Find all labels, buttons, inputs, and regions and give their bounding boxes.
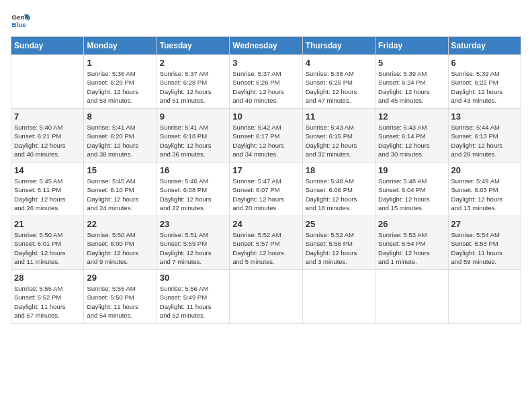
day-info: Sunrise: 5:56 AM Sunset: 5:49 PM Dayligh… [160,284,226,320]
day-number: 2 [160,58,226,68]
calendar-cell: 7Sunrise: 5:40 AM Sunset: 6:21 PM Daylig… [11,109,84,163]
header-sunday: Sunday [11,37,84,55]
day-info: Sunrise: 5:55 AM Sunset: 5:52 PM Dayligh… [14,284,81,320]
day-info: Sunrise: 5:53 AM Sunset: 5:54 PM Dayligh… [378,230,445,266]
week-row-1: 7Sunrise: 5:40 AM Sunset: 6:21 PM Daylig… [11,109,521,163]
calendar-cell: 5Sunrise: 5:39 AM Sunset: 6:24 PM Daylig… [375,55,448,109]
calendar-cell: 6Sunrise: 5:39 AM Sunset: 6:22 PM Daylig… [448,55,521,109]
day-info: Sunrise: 5:52 AM Sunset: 5:57 PM Dayligh… [232,230,299,266]
calendar-cell [230,270,302,324]
day-info: Sunrise: 5:36 AM Sunset: 6:29 PM Dayligh… [87,69,153,105]
day-info: Sunrise: 5:50 AM Sunset: 6:01 PM Dayligh… [14,230,81,266]
day-number: 23 [160,219,226,229]
calendar-cell: 29Sunrise: 5:55 AM Sunset: 5:50 PM Dayli… [84,270,157,324]
calendar-cell: 21Sunrise: 5:50 AM Sunset: 6:01 PM Dayli… [11,216,84,270]
calendar-cell: 18Sunrise: 5:48 AM Sunset: 6:06 PM Dayli… [302,163,375,216]
day-info: Sunrise: 5:44 AM Sunset: 6:13 PM Dayligh… [451,123,518,158]
day-info: Sunrise: 5:55 AM Sunset: 5:50 PM Dayligh… [87,284,153,320]
header-saturday: Saturday [448,37,521,55]
header-thursday: Thursday [302,37,375,55]
calendar-cell [375,270,448,324]
header-wednesday: Wednesday [230,37,302,55]
day-number: 27 [451,219,518,229]
header-friday: Friday [375,37,448,55]
calendar-cell: 28Sunrise: 5:55 AM Sunset: 5:52 PM Dayli… [11,270,84,324]
week-row-0: 1Sunrise: 5:36 AM Sunset: 6:29 PM Daylig… [11,55,521,109]
header: General Blue [11,11,521,30]
calendar-cell: 30Sunrise: 5:56 AM Sunset: 5:49 PM Dayli… [157,270,229,324]
day-number: 14 [14,165,81,175]
day-info: Sunrise: 5:41 AM Sunset: 6:18 PM Dayligh… [160,123,226,158]
day-number: 18 [306,165,372,175]
day-number: 30 [160,273,226,283]
day-info: Sunrise: 5:41 AM Sunset: 6:20 PM Dayligh… [87,123,153,158]
calendar-cell [11,55,84,109]
calendar-table: SundayMondayTuesdayWednesdayThursdayFrid… [11,36,521,324]
calendar-cell: 13Sunrise: 5:44 AM Sunset: 6:13 PM Dayli… [448,109,521,163]
day-number: 28 [14,273,81,283]
day-info: Sunrise: 5:52 AM Sunset: 5:56 PM Dayligh… [306,230,372,266]
day-number: 10 [232,111,299,122]
day-info: Sunrise: 5:37 AM Sunset: 6:28 PM Dayligh… [160,69,226,105]
day-number: 8 [87,111,153,122]
calendar-cell: 17Sunrise: 5:47 AM Sunset: 6:07 PM Dayli… [230,163,302,216]
day-number: 25 [306,219,372,229]
day-info: Sunrise: 5:40 AM Sunset: 6:21 PM Dayligh… [14,123,81,158]
calendar-cell: 15Sunrise: 5:45 AM Sunset: 6:10 PM Dayli… [84,163,157,216]
day-number: 17 [232,165,299,175]
day-info: Sunrise: 5:43 AM Sunset: 6:14 PM Dayligh… [378,123,445,158]
day-info: Sunrise: 5:48 AM Sunset: 6:04 PM Dayligh… [378,177,445,212]
calendar-cell: 12Sunrise: 5:43 AM Sunset: 6:14 PM Dayli… [375,109,448,163]
day-number: 3 [232,58,299,68]
day-info: Sunrise: 5:45 AM Sunset: 6:11 PM Dayligh… [14,177,81,212]
calendar-cell: 25Sunrise: 5:52 AM Sunset: 5:56 PM Dayli… [302,216,375,270]
calendar-cell: 23Sunrise: 5:51 AM Sunset: 5:59 PM Dayli… [157,216,229,270]
day-info: Sunrise: 5:47 AM Sunset: 6:07 PM Dayligh… [232,177,299,212]
day-info: Sunrise: 5:51 AM Sunset: 5:59 PM Dayligh… [160,230,226,266]
calendar-header-row: SundayMondayTuesdayWednesdayThursdayFrid… [11,37,521,55]
day-info: Sunrise: 5:54 AM Sunset: 5:53 PM Dayligh… [451,230,518,266]
day-number: 22 [87,219,153,229]
day-info: Sunrise: 5:43 AM Sunset: 6:15 PM Dayligh… [306,123,372,158]
day-info: Sunrise: 5:42 AM Sunset: 6:17 PM Dayligh… [232,123,299,158]
day-number: 5 [378,58,445,68]
week-row-4: 28Sunrise: 5:55 AM Sunset: 5:52 PM Dayli… [11,270,521,324]
day-info: Sunrise: 5:49 AM Sunset: 6:03 PM Dayligh… [451,177,518,212]
calendar-cell: 4Sunrise: 5:38 AM Sunset: 6:25 PM Daylig… [302,55,375,109]
day-number: 16 [160,165,226,175]
calendar-cell: 16Sunrise: 5:46 AM Sunset: 6:08 PM Dayli… [157,163,229,216]
calendar-cell: 8Sunrise: 5:41 AM Sunset: 6:20 PM Daylig… [84,109,157,163]
day-number: 6 [451,58,518,68]
day-number: 19 [378,165,445,175]
day-number: 1 [87,58,153,68]
header-tuesday: Tuesday [157,37,229,55]
day-number: 11 [306,111,372,122]
day-number: 9 [160,111,226,122]
day-number: 4 [306,58,372,68]
day-info: Sunrise: 5:38 AM Sunset: 6:25 PM Dayligh… [306,69,372,105]
calendar-cell [302,270,375,324]
day-number: 12 [378,111,445,122]
week-row-2: 14Sunrise: 5:45 AM Sunset: 6:11 PM Dayli… [11,163,521,216]
day-number: 29 [87,273,153,283]
week-row-3: 21Sunrise: 5:50 AM Sunset: 6:01 PM Dayli… [11,216,521,270]
calendar-cell: 3Sunrise: 5:37 AM Sunset: 6:26 PM Daylig… [230,55,302,109]
day-info: Sunrise: 5:45 AM Sunset: 6:10 PM Dayligh… [87,177,153,212]
logo: General Blue [11,11,30,30]
calendar-cell [448,270,521,324]
calendar-cell: 20Sunrise: 5:49 AM Sunset: 6:03 PM Dayli… [448,163,521,216]
calendar-cell: 9Sunrise: 5:41 AM Sunset: 6:18 PM Daylig… [157,109,229,163]
calendar-cell: 27Sunrise: 5:54 AM Sunset: 5:53 PM Dayli… [448,216,521,270]
header-monday: Monday [84,37,157,55]
day-info: Sunrise: 5:37 AM Sunset: 6:26 PM Dayligh… [232,69,299,105]
calendar-cell: 19Sunrise: 5:48 AM Sunset: 6:04 PM Dayli… [375,163,448,216]
calendar-cell: 2Sunrise: 5:37 AM Sunset: 6:28 PM Daylig… [157,55,229,109]
day-number: 7 [14,111,81,122]
day-info: Sunrise: 5:46 AM Sunset: 6:08 PM Dayligh… [160,177,226,212]
day-number: 13 [451,111,518,122]
calendar-cell: 11Sunrise: 5:43 AM Sunset: 6:15 PM Dayli… [302,109,375,163]
logo-icon: General Blue [11,11,30,30]
calendar-cell: 24Sunrise: 5:52 AM Sunset: 5:57 PM Dayli… [230,216,302,270]
calendar-cell: 22Sunrise: 5:50 AM Sunset: 6:00 PM Dayli… [84,216,157,270]
day-number: 21 [14,219,81,229]
